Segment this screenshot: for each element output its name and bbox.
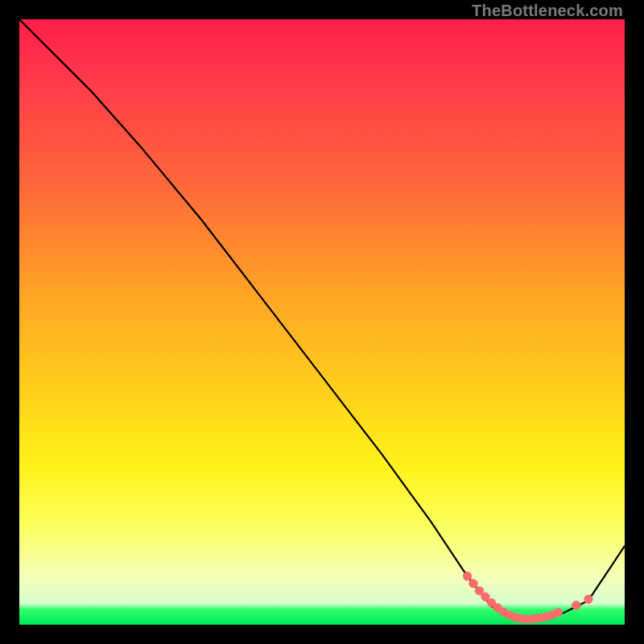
highlight-dots — [463, 572, 592, 624]
highlight-dot — [572, 601, 580, 609]
bottleneck-curve — [19, 19, 625, 619]
highlight-dot — [469, 580, 477, 588]
chart-container: TheBottleneck.com — [0, 0, 644, 644]
attribution-text: TheBottleneck.com — [472, 2, 623, 20]
highlight-dot — [584, 595, 592, 603]
highlight-dot — [463, 572, 471, 580]
highlight-dot — [554, 609, 562, 617]
curve-layer — [19, 19, 625, 625]
